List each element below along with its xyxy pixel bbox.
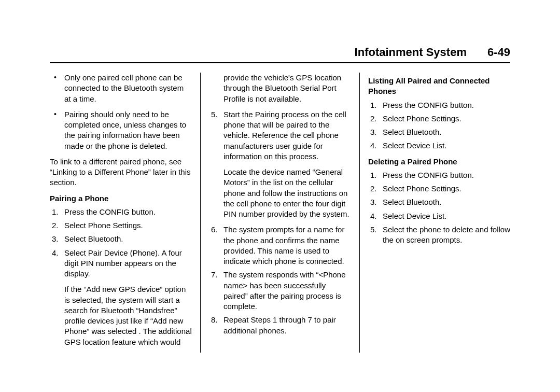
bullet-item: Pairing should only need to be completed… (59, 109, 192, 151)
pairing-steps-continued: Start the Pairing process on the cell ph… (209, 109, 351, 162)
deleting-heading: Deleting a Paired Phone (368, 157, 510, 167)
manual-page: Infotainment System 6-49 Only one paired… (0, 0, 560, 373)
step-item: Select Phone Settings. (380, 114, 510, 124)
pairing-steps: Press the CONFIG button. Select Phone Se… (50, 207, 192, 279)
step-item: Select Device List. (380, 211, 510, 221)
page-number: 6-49 (487, 46, 510, 59)
step-item: Select Pair Device (Phone). A four digit… (61, 248, 192, 279)
step-item: Press the CONFIG button. (380, 170, 510, 180)
info-bullets: Only one paired cell phone can be connec… (50, 73, 192, 151)
step-item: Select Phone Settings. (61, 220, 192, 231)
column-3: Listing All Paired and Connected Phones … (360, 73, 510, 353)
bullet-item: Only one paired cell phone can be connec… (59, 73, 192, 104)
pairing-steps-continued-2: The system prompts for a name for the ph… (209, 225, 351, 336)
pairing-note: If the “Add new GPS device” option is se… (64, 284, 192, 347)
listing-steps: Press the CONFIG button. Select Phone Se… (368, 100, 510, 151)
step-subtext: Locate the device named “General Motors”… (223, 167, 351, 219)
pairing-heading: Pairing a Phone (50, 193, 192, 204)
step-item: Press the CONFIG button. (380, 100, 510, 110)
column-2: provide the vehicle's GPS location throu… (200, 73, 360, 353)
step-item: Select Bluetooth. (380, 197, 510, 207)
deleting-steps: Press the CONFIG button. Select Phone Se… (368, 170, 510, 246)
step-item: The system prompts for a name for the ph… (220, 225, 351, 267)
step-item: Select Phone Settings. (380, 184, 510, 194)
step-item: Select Device List. (380, 141, 510, 151)
step-item: Repeat Steps 1 through 7 to pair additio… (220, 315, 351, 336)
step-item: Press the CONFIG button. (61, 207, 192, 217)
link-paragraph: To link to a different paired phone, see… (50, 157, 192, 188)
listing-heading: Listing All Paired and Connected Phones (368, 76, 510, 97)
step-item: Start the Pairing process on the cell ph… (220, 109, 351, 162)
step-item: The system responds with “<Phone name> h… (220, 270, 351, 312)
column-1: Only one paired cell phone can be connec… (50, 73, 200, 353)
step-continuation: provide the vehicle's GPS location throu… (223, 73, 351, 104)
step-item: Select Bluetooth. (380, 127, 510, 137)
step-item: Select Bluetooth. (61, 234, 192, 244)
page-header: Infotainment System 6-49 (50, 46, 510, 63)
step-item: Select the phone to delete and follow th… (380, 225, 510, 246)
section-title: Infotainment System (355, 46, 467, 59)
content-columns: Only one paired cell phone can be connec… (50, 73, 510, 353)
